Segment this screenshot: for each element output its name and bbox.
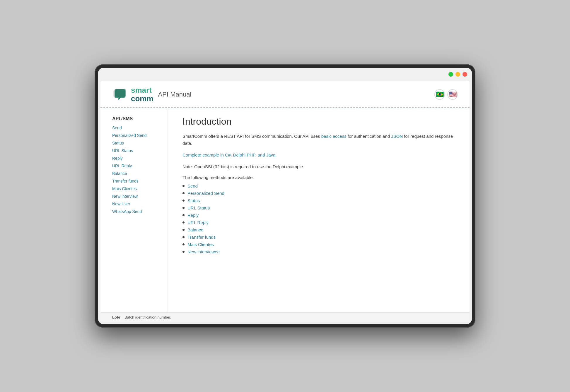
list-item: New interviewee [182,249,455,254]
methods-intro: The following methods are available: [182,175,455,180]
bullet-icon [182,207,185,209]
sidebar-item-new-user[interactable]: New User [112,202,162,206]
list-item: URL Reply [182,220,455,225]
method-new-interviewee-link[interactable]: New interviewee [187,249,220,254]
main-layout: API /SMS Send Personalized Send Status U… [100,108,470,312]
status-lote-label: Lote [112,315,120,319]
sidebar-item-send[interactable]: Send [112,125,162,130]
intro-para-1: SmartComm offers a REST API for SMS comm… [182,133,455,147]
method-url-status-link[interactable]: URL Status [187,205,210,210]
window-inner: smart comm API Manual 🇧🇷 🇺🇸 API /SMS Sen [98,68,472,324]
logo-icon [112,87,127,102]
sidebar-item-new-interview[interactable]: New interview [112,194,162,199]
method-status-link[interactable]: Status [187,198,200,203]
sidebar-item-whatsapp-send[interactable]: WhatsApp Send [112,209,162,214]
sidebar-item-balance[interactable]: Balance [112,171,162,176]
list-item: Send [182,183,455,188]
lang-flags: 🇧🇷 🇺🇸 [434,89,458,100]
bullet-icon [182,185,185,187]
sidebar-item-status[interactable]: Status [112,141,162,145]
basic-access-link[interactable]: basic access [321,134,347,139]
list-item: Transfer funds [182,235,455,240]
bullet-icon [182,221,185,223]
list-item: Balance [182,227,455,232]
bullet-icon [182,251,185,253]
bullet-icon [182,229,185,231]
method-url-reply-link[interactable]: URL Reply [187,220,209,225]
list-item: Personalized Send [182,191,455,196]
method-balance-link[interactable]: Balance [187,227,203,232]
page-content: smart comm API Manual 🇧🇷 🇺🇸 API /SMS Sen [100,81,470,322]
bullet-icon [182,236,185,238]
method-mais-clientes-link[interactable]: Mais Clientes [187,242,214,247]
method-personalized-send-link[interactable]: Personalized Send [187,191,224,196]
yellow-light-icon[interactable] [455,72,460,77]
bullet-icon [182,200,185,202]
sidebar-item-mais-clientes[interactable]: Mais Clientes [112,186,162,191]
method-send-link[interactable]: Send [187,183,198,188]
method-reply-link[interactable]: Reply [187,213,199,218]
usa-flag[interactable]: 🇺🇸 [447,89,458,100]
red-light-icon[interactable] [463,72,467,77]
intro-para-2: Complete example in C#, Delphi PHP, and … [182,152,455,159]
window: smart comm API Manual 🇧🇷 🇺🇸 API /SMS Sen [95,64,475,328]
sidebar-item-transfer-funds[interactable]: Transfer funds [112,179,162,183]
logo-text: smart comm [131,86,153,103]
status-bar: Lote Batch identification number. [100,312,470,322]
list-item: Mais Clientes [182,242,455,247]
traffic-lights [448,72,467,77]
sidebar-item-url-status[interactable]: URL Status [112,148,162,153]
bullet-icon [182,214,185,216]
list-item: URL Status [182,205,455,210]
example-link[interactable]: Complete example in C#, Delphi PHP, and … [182,152,277,157]
list-item: Reply [182,213,455,218]
brazil-flag[interactable]: 🇧🇷 [434,89,445,100]
list-item: Status [182,198,455,203]
json-link[interactable]: JSON [391,134,403,139]
sidebar-item-url-reply[interactable]: URL Reply [112,164,162,168]
header-title: API Manual [158,91,192,98]
sidebar-item-reply[interactable]: Reply [112,156,162,161]
bullet-icon [182,192,185,194]
methods-list: Send Personalized Send Status URL S [182,183,455,254]
method-transfer-funds-link[interactable]: Transfer funds [187,235,216,240]
status-lote-value: Batch identification number. [124,315,171,319]
titlebar [98,68,472,81]
green-light-icon[interactable] [448,72,453,77]
bullet-icon [182,243,185,245]
sidebar: API /SMS Send Personalized Send Status U… [100,108,168,312]
header: smart comm API Manual 🇧🇷 🇺🇸 [100,81,470,108]
intro-para-3: Note: OpenSSL(32 bits) is required to us… [182,163,455,170]
logo-area: smart comm [112,86,153,103]
intro-title: Introduction [182,116,455,127]
sidebar-item-personalized-send[interactable]: Personalized Send [112,133,162,138]
content-area: Introduction SmartComm offers a REST API… [168,108,470,312]
status-lote: Lote Batch identification number. [112,315,171,319]
sidebar-section-title: API /SMS [112,116,162,121]
